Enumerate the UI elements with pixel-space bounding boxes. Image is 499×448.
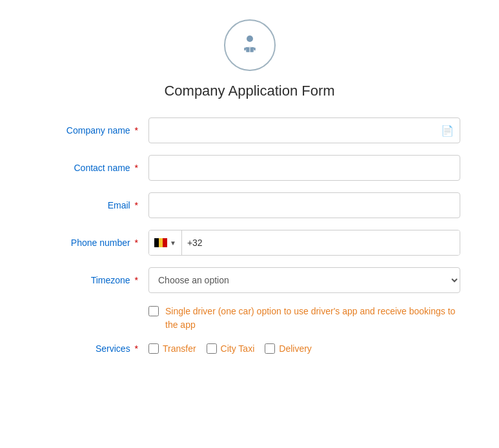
country-flag-button[interactable]: ▼ (149, 230, 182, 255)
company-name-input[interactable] (148, 117, 460, 143)
services-row: Services * Transfer City Taxi Delivery (39, 343, 460, 354)
delivery-label[interactable]: Delivery (279, 343, 312, 354)
required-star-5: * (135, 275, 138, 285)
svg-point-0 (247, 36, 253, 42)
delivery-checkbox[interactable] (265, 343, 275, 354)
single-driver-row: Single driver (one car) option to use dr… (148, 305, 460, 332)
company-name-label: Company name * (39, 125, 148, 136)
phone-number-input[interactable] (208, 230, 460, 255)
service-delivery: Delivery (265, 343, 312, 354)
email-row: Email * (39, 192, 460, 218)
form-container: Company Application Form Company name * … (0, 0, 499, 391)
email-input[interactable] (148, 192, 460, 218)
required-star-4: * (135, 238, 138, 248)
phone-prefix: +32 (182, 230, 208, 255)
company-name-wrapper: 📄 (148, 117, 460, 143)
service-city-taxi: City Taxi (207, 343, 255, 354)
required-star-2: * (135, 163, 138, 173)
contact-name-input[interactable] (148, 155, 460, 181)
transfer-label[interactable]: Transfer (163, 343, 196, 354)
required-star-6: * (135, 343, 138, 354)
phone-input-wrapper: ▼ +32 (148, 230, 460, 256)
contact-name-label: Contact name * (39, 163, 148, 173)
company-icon (236, 31, 264, 59)
dropdown-arrow-icon: ▼ (170, 239, 176, 247)
single-driver-label[interactable]: Single driver (one car) option to use dr… (165, 305, 460, 332)
company-name-row: Company name * 📄 (39, 117, 460, 143)
logo-section (39, 19, 460, 71)
service-transfer: Transfer (148, 343, 196, 354)
timezone-row: Timezone * Choose an option UTC UTC+1 UT… (39, 267, 460, 293)
required-star: * (135, 125, 138, 136)
services-label: Services * (39, 343, 148, 354)
belgium-flag-icon (154, 238, 167, 247)
id-card-icon: 📄 (441, 125, 454, 137)
form-title: Company Application Form (39, 83, 460, 99)
contact-name-row: Contact name * (39, 155, 460, 181)
timezone-label: Timezone * (39, 275, 148, 285)
city-taxi-checkbox[interactable] (207, 343, 217, 354)
transfer-checkbox[interactable] (148, 343, 159, 354)
logo-circle (224, 19, 276, 71)
required-star-3: * (135, 200, 138, 210)
services-options: Transfer City Taxi Delivery (148, 343, 312, 354)
phone-row: Phone number * ▼ +32 (39, 230, 460, 256)
email-label: Email * (39, 200, 148, 210)
timezone-select[interactable]: Choose an option UTC UTC+1 UTC+2 UTC-5 (148, 267, 460, 293)
single-driver-checkbox[interactable] (148, 306, 159, 316)
phone-label: Phone number * (39, 238, 148, 248)
city-taxi-label[interactable]: City Taxi (221, 343, 255, 354)
